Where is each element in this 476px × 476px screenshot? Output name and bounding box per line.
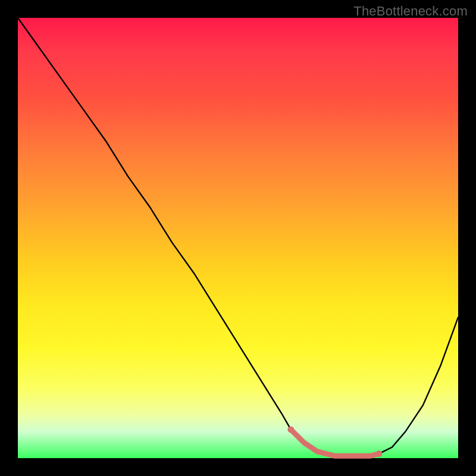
bottleneck-curve [18,18,458,456]
plot-area [18,18,458,458]
watermark-text: TheBottleneck.com [353,4,468,19]
chart-container: TheBottleneck.com [0,0,476,476]
svg-point-0 [287,426,294,433]
optimal-range-highlight [287,426,382,457]
svg-point-1 [375,450,382,457]
curve-svg [18,18,458,458]
